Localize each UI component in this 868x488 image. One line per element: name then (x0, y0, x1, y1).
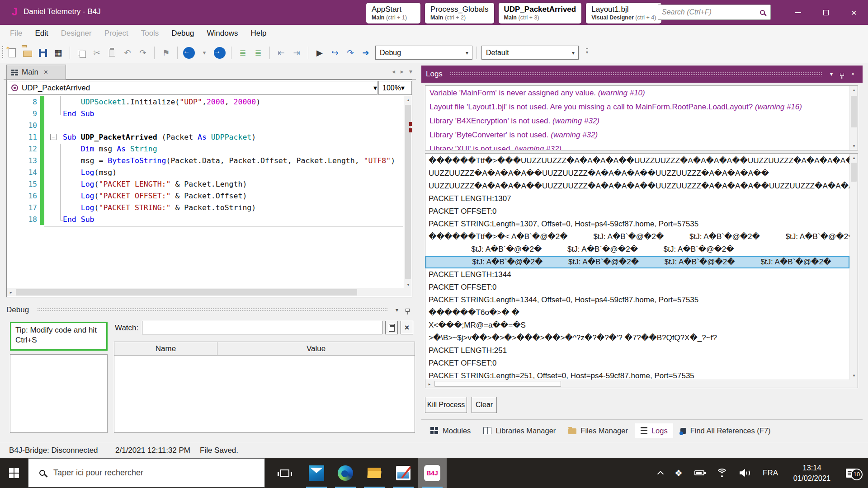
log-horizontal-scrollbar[interactable]: ◂ ▸ (425, 380, 849, 388)
paint-app-button[interactable] (389, 458, 418, 488)
code-line[interactable]: 8 UDPSocket1.Initialize("UDP",2000, 2000… (7, 96, 404, 108)
bottom-tab-logs[interactable]: Logs (635, 423, 673, 438)
column-header-value[interactable]: Value (217, 342, 415, 355)
tab-scroll-left-icon[interactable]: ◂ (392, 68, 395, 75)
search-input[interactable] (658, 8, 760, 16)
task-view-button[interactable] (274, 458, 296, 488)
code-line[interactable]: 9End Sub (7, 108, 404, 119)
run-icon[interactable]: ▶ (314, 47, 326, 59)
warning-line[interactable]: Layout file 'Layout1.bjl' is not used. A… (425, 100, 858, 114)
menu-item-designer[interactable]: Designer (55, 29, 98, 38)
toolbar-grip[interactable] (2, 46, 4, 59)
scrollbar-thumb[interactable] (851, 96, 857, 127)
log-line[interactable]: ������Ttf�>���UUZZUUZZZ�A�A�A�A��UUZZUUZ… (425, 155, 849, 167)
collapse-box[interactable]: − (50, 134, 57, 140)
tab-scroll-right-icon[interactable]: ▸ (401, 68, 404, 75)
log-line[interactable]: $tJ: A�B`�@�2� $tJ: A�B`�@�2� $tJ: A�B`�… (425, 243, 849, 256)
menu-item-debug[interactable]: Debug (165, 29, 200, 38)
taskbar-search-box[interactable]: Taper ici pour rechercher (28, 458, 265, 488)
notification-button[interactable]: 10 (846, 469, 856, 478)
log-line[interactable]: UUZZUUZZZ�A�A�A�A��UUZZUUZZZ�A�A�A�A��UU… (425, 167, 849, 180)
close-icon[interactable]: × (851, 71, 854, 77)
scrollbar-thumb[interactable] (434, 381, 561, 387)
menu-item-file[interactable]: File (4, 29, 28, 38)
kill-process-button[interactable]: Kill Process (425, 397, 467, 413)
scroll-down-icon[interactable]: ▾ (850, 142, 858, 150)
code-line[interactable]: 13 msg = BytesToString(Packet.Data, Pack… (7, 155, 404, 166)
log-line[interactable]: PACKET LENGTH:1307 (425, 192, 849, 205)
title-tab-process-globals[interactable]: Process_GlobalsMain (ctrl + 2) (425, 3, 494, 23)
undo-icon[interactable]: ↶ (122, 47, 133, 59)
minimize-button[interactable] (784, 0, 812, 25)
scroll-up-icon[interactable]: ▴ (850, 154, 858, 162)
battery-icon[interactable] (694, 470, 704, 475)
scrollbar-thumb[interactable] (16, 289, 357, 296)
start-button[interactable] (0, 458, 28, 488)
log-line[interactable]: >�\B>~$j>v��>�>�>���>��>�^?z�?�?�'? �7?�… (425, 332, 849, 344)
chevron-down-icon[interactable]: ▾ (396, 307, 398, 313)
log-line[interactable]: ������Ttf�>�< A�B`�@�2� $tJ: A�B`�@�2� $… (425, 230, 849, 243)
warning-line[interactable]: Library 'B4XEncryption' is not used. (wa… (425, 114, 858, 128)
evaluate-button[interactable] (385, 321, 398, 334)
redo-icon[interactable]: ↷ (137, 47, 149, 59)
build-mode-dropdown[interactable]: Debug ▾ (375, 46, 472, 60)
watch-table[interactable]: Name Value (114, 342, 415, 433)
log-line[interactable]: X<���;MR@=a��=�S (425, 319, 849, 332)
title-tab-udp-packetarrived[interactable]: UDP_PacketArrivedMain (ctrl + 3) (499, 3, 582, 23)
search-icon[interactable] (760, 10, 765, 15)
debug-variables-list[interactable] (10, 354, 108, 433)
code-line[interactable]: 15 Log("PACKET LENGTH:" & Packet.Length) (7, 178, 404, 190)
save-icon[interactable] (37, 47, 49, 59)
comment-icon[interactable]: ≣ (237, 47, 249, 59)
chevron-down-icon[interactable]: ▾ (830, 71, 833, 77)
code-line[interactable]: 16 Log("PACKET OFFSET:" & Packet.Offset) (7, 190, 404, 202)
clear-watch-button[interactable]: × (401, 321, 413, 334)
code-line[interactable]: 18End Sub (7, 213, 404, 225)
log-output-box[interactable]: ������Ttf�>���UUZZUUZZZ�A�A�A�A��UUZZUUZ… (425, 153, 858, 388)
log-line[interactable]: PACKET LENGTH:251 (425, 344, 849, 357)
maximize-button[interactable] (812, 0, 840, 25)
watch-input[interactable] (142, 321, 382, 334)
outdent-icon[interactable]: ⇤ (275, 47, 287, 59)
menu-item-edit[interactable]: Edit (28, 29, 54, 38)
step-over-icon[interactable]: ↷ (344, 47, 356, 59)
bottom-tab-modules[interactable]: Modules (425, 423, 476, 438)
cut-icon[interactable]: ✂ (91, 47, 103, 59)
package-icon[interactable]: ▦ (52, 47, 64, 59)
language-indicator[interactable]: FRA (763, 469, 778, 478)
wifi-icon[interactable] (716, 469, 728, 478)
menu-item-help[interactable]: Help (244, 29, 273, 38)
warnings-box[interactable]: Variable 'MainForm' is never assigned an… (425, 85, 858, 150)
b4j-app-button[interactable]: B4J (418, 458, 447, 488)
log-line[interactable]: ������T6o�>� � (425, 306, 849, 319)
log-line[interactable]: PACKET OFFSET:0 (425, 281, 849, 294)
code-line[interactable]: 17 Log("PACKET STRING:" & Packet.toStrin… (7, 202, 404, 213)
back-dropdown-icon[interactable]: ▾ (198, 47, 210, 59)
warnings-vertical-scrollbar[interactable]: ▴ ▾ (849, 86, 858, 150)
copy-icon[interactable] (75, 47, 87, 59)
indent-icon[interactable]: ⇥ (291, 47, 302, 59)
open-file-icon[interactable] (22, 47, 33, 59)
scroll-down-icon[interactable]: ▾ (404, 281, 412, 289)
navigate-forward-icon[interactable]: → (214, 47, 226, 59)
code-line[interactable]: 14 Log(msg) (7, 166, 404, 178)
toolbar-overflow-icon[interactable]: ▾ (586, 48, 588, 55)
bottom-tab-libraries-manager[interactable]: Libraries Manager (478, 423, 561, 438)
editor-horizontal-scrollbar[interactable]: ◂ ▸ (7, 288, 412, 296)
code-area[interactable]: 8 UDPSocket1.Initialize("UDP",2000, 2000… (7, 96, 412, 289)
code-line[interactable]: 11Sub UDP_PacketArrived (Packet As UDPPa… (7, 131, 404, 143)
code-line[interactable]: 10 (7, 119, 404, 131)
title-tab-appstart[interactable]: AppStartMain (ctrl + 1) (366, 3, 420, 23)
sub-navigator-dropdown[interactable]: UDP_PacketArrived ▾ (8, 81, 377, 95)
log-line-selected[interactable]: $tJ: A�B`�@�2� $tJ: A�B`�@�2� $tJ: A�B`�… (425, 256, 849, 268)
editor-tab-main[interactable]: Main × (6, 65, 66, 80)
tab-close-icon[interactable]: × (44, 68, 48, 76)
menu-item-windows[interactable]: Windows (200, 29, 244, 38)
mail-app-button[interactable] (302, 458, 331, 488)
dropbox-icon[interactable]: ❖ (675, 468, 683, 479)
log-line[interactable]: PACKET LENGTH:1344 (425, 268, 849, 281)
menu-item-tools[interactable]: Tools (135, 29, 165, 38)
step-into-icon[interactable]: ↪ (329, 47, 341, 59)
bottom-tab-files-manager[interactable]: Files Manager (563, 423, 633, 438)
log-vertical-scrollbar[interactable]: ▴ ▾ (849, 154, 858, 380)
